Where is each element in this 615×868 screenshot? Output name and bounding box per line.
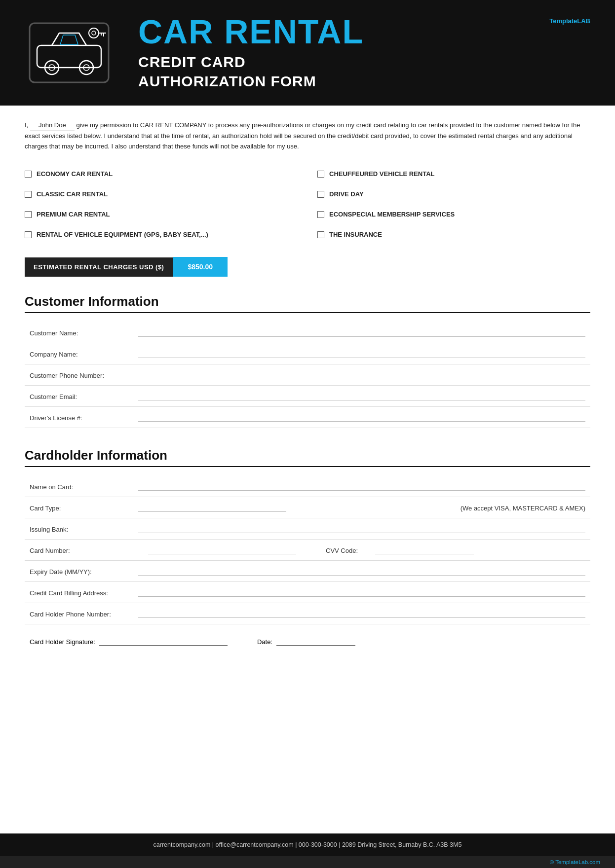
- issuing-bank-field: Issuing Bank:: [25, 518, 590, 540]
- expiry-date-line[interactable]: [138, 567, 585, 576]
- signature-label: Card Holder Signature:: [30, 638, 95, 646]
- templatelab-brand: TemplateLAB: [549, 15, 590, 25]
- signature-row: Card Holder Signature: Date:: [25, 624, 590, 651]
- main-content: I, John Doe give my permission to CAR RE…: [0, 106, 615, 833]
- name-on-card-field: Name on Card:: [25, 476, 590, 497]
- charges-value: $850.00: [173, 257, 228, 277]
- drivers-license-line[interactable]: [138, 413, 585, 422]
- service-econspecial[interactable]: ECONSPECIAL MEMBERSHIP SERVICES: [317, 207, 590, 222]
- brand-prefix: Template: [549, 17, 577, 25]
- copyright-text: © TemplateLab.com: [550, 859, 600, 865]
- issuing-bank-label: Issuing Bank:: [30, 526, 138, 533]
- service-classic[interactable]: CLASSIC CAR RENTAL: [25, 186, 298, 202]
- service-premium[interactable]: PREMIUM CAR RENTAL: [25, 207, 298, 222]
- billing-address-label: Credit Card Billing Address:: [30, 589, 138, 597]
- service-chauffeured-label: CHEUFFEURED VEHICLE RENTAL: [329, 170, 435, 178]
- expiry-date-label: Expiry Date (MM/YY):: [30, 568, 138, 576]
- customer-name-line[interactable]: [138, 328, 585, 337]
- checkbox-premium-icon[interactable]: [25, 211, 32, 218]
- card-number-cvv-row: Card Number: CVV Code:: [25, 540, 590, 561]
- checkbox-drive-day-icon[interactable]: [317, 191, 324, 198]
- service-chauffeured[interactable]: CHEUFFEURED VEHICLE RENTAL: [317, 166, 590, 181]
- card-type-line[interactable]: [138, 503, 286, 512]
- customer-name-label: Customer Name:: [30, 329, 138, 337]
- drivers-license-label: Driver's License #:: [30, 414, 138, 422]
- charges-label: ESTIMATED RENTAL CHARGES USD ($): [25, 257, 173, 277]
- car-rental-logo-icon: [25, 18, 114, 87]
- checkbox-classic-icon[interactable]: [25, 191, 32, 198]
- company-name-label: Company Name:: [30, 351, 138, 358]
- service-economy[interactable]: ECONOMY CAR RENTAL: [25, 166, 298, 181]
- company-name-line[interactable]: [138, 349, 585, 358]
- customer-email-field: Customer Email:: [25, 386, 590, 407]
- name-on-card-line[interactable]: [138, 482, 585, 491]
- service-insurance[interactable]: THE INSURANCE: [317, 227, 590, 242]
- cardholder-information-section: Cardholder Information Name on Card: Car…: [25, 448, 590, 651]
- svg-point-7: [92, 31, 96, 35]
- cardholder-section-title: Cardholder Information: [25, 448, 590, 463]
- brand-suffix: LAB: [577, 17, 590, 25]
- footer-copyright: © TemplateLab.com: [0, 856, 615, 868]
- cardholder-phone-field: Card Holder Phone Number:: [25, 603, 590, 624]
- customer-section-title: Customer Information: [25, 294, 590, 309]
- main-title: CAR RENTAL: [138, 15, 364, 48]
- billing-address-field: Credit Card Billing Address:: [25, 582, 590, 603]
- name-on-card-label: Name on Card:: [30, 483, 138, 491]
- service-drive-day[interactable]: DRIVE DAY: [317, 186, 590, 202]
- date-block: Date:: [257, 637, 355, 646]
- svg-rect-0: [30, 23, 109, 82]
- svg-rect-1: [37, 45, 101, 68]
- customer-email-label: Customer Email:: [30, 393, 138, 400]
- drivers-license-field: Driver's License #:: [25, 407, 590, 428]
- footer-info: carrentcompany.com | office@carrentcompa…: [154, 841, 462, 848]
- service-vehicle-equipment[interactable]: RENTAL OF VEHICLE EQUIPMENT (GPS, BABY S…: [25, 227, 298, 242]
- company-name-field: Company Name:: [25, 343, 590, 364]
- services-grid: ECONOMY CAR RENTAL CHEUFFEURED VEHICLE R…: [25, 166, 590, 242]
- service-econspecial-label: ECONSPECIAL MEMBERSHIP SERVICES: [329, 211, 455, 218]
- subtitle: CREDIT CARD AUTHORIZATION FORM: [138, 52, 364, 91]
- customer-email-line[interactable]: [138, 392, 585, 400]
- customer-name-field: Customer Name:: [25, 322, 590, 343]
- cardholder-divider: [25, 466, 590, 467]
- svg-point-6: [89, 28, 99, 38]
- cvv-line[interactable]: [375, 545, 474, 554]
- intro-paragraph: I, John Doe give my permission to CAR RE…: [25, 120, 590, 151]
- date-label: Date:: [257, 638, 272, 646]
- estimated-charges-bar: ESTIMATED RENTAL CHARGES USD ($) $850.00: [25, 257, 590, 277]
- page-header: CAR RENTAL CREDIT CARD AUTHORIZATION FOR…: [0, 0, 615, 106]
- card-type-label: Card Type:: [30, 505, 138, 512]
- customer-phone-label: Customer Phone Number:: [30, 372, 138, 379]
- card-type-note: (We accept VISA, MASTERCARD & AMEX): [461, 505, 585, 512]
- header-text-block: CAR RENTAL CREDIT CARD AUTHORIZATION FOR…: [138, 15, 364, 91]
- checkbox-chauffeured-icon[interactable]: [317, 171, 324, 178]
- date-line[interactable]: [276, 637, 355, 646]
- customer-phone-field: Customer Phone Number:: [25, 364, 590, 386]
- customer-divider: [25, 312, 590, 313]
- expiry-date-field: Expiry Date (MM/YY):: [25, 561, 590, 582]
- service-classic-label: CLASSIC CAR RENTAL: [37, 190, 108, 198]
- card-number-line[interactable]: [148, 545, 296, 554]
- customer-name-intro: John Doe: [30, 120, 75, 131]
- issuing-bank-line[interactable]: [138, 524, 585, 533]
- page-footer: carrentcompany.com | office@carrentcompa…: [0, 833, 615, 856]
- service-insurance-label: THE INSURANCE: [329, 231, 382, 238]
- service-premium-label: PREMIUM CAR RENTAL: [37, 211, 110, 218]
- checkbox-insurance-icon[interactable]: [317, 231, 324, 238]
- cvv-label: CVV Code:: [306, 547, 365, 554]
- card-number-label: Card Number:: [30, 547, 138, 554]
- cardholder-phone-label: Card Holder Phone Number:: [30, 611, 138, 618]
- service-drive-day-label: DRIVE DAY: [329, 190, 364, 198]
- checkbox-economy-icon[interactable]: [25, 171, 32, 178]
- checkbox-econspecial-icon[interactable]: [317, 211, 324, 218]
- signature-block: Card Holder Signature:: [30, 637, 228, 646]
- service-vehicle-equipment-label: RENTAL OF VEHICLE EQUIPMENT (GPS, BABY S…: [37, 231, 208, 238]
- billing-address-line[interactable]: [138, 588, 585, 597]
- customer-information-section: Customer Information Customer Name: Comp…: [25, 294, 590, 428]
- service-economy-label: ECONOMY CAR RENTAL: [37, 170, 113, 178]
- signature-line[interactable]: [99, 637, 228, 646]
- cardholder-phone-line[interactable]: [138, 609, 585, 618]
- card-type-field: Card Type: (We accept VISA, MASTERCARD &…: [25, 497, 590, 518]
- checkbox-vehicle-equipment-icon[interactable]: [25, 231, 32, 238]
- customer-phone-line[interactable]: [138, 370, 585, 379]
